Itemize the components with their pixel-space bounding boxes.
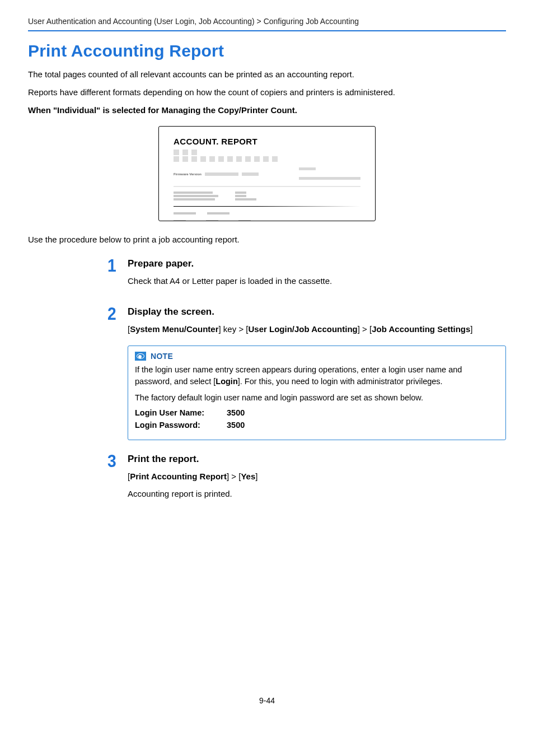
condition-heading: When "Individual" is selected for Managi… <box>28 104 506 116</box>
stub-block <box>191 156 197 162</box>
step-3-trail: Accounting report is printed. <box>128 488 506 500</box>
login-user-label: Login User Name: <box>135 408 224 417</box>
stub-block <box>182 156 188 162</box>
intro-text-1: The total pages counted of all relevant … <box>28 68 506 81</box>
login-defaults: Login User Name: 3500 Login Password: 35… <box>135 408 499 430</box>
step-1: 1 Prepare paper. Check that A4 or Letter… <box>28 257 506 293</box>
stub-row <box>174 219 360 221</box>
stub-row <box>174 150 360 155</box>
note-label: NOTE <box>151 352 173 361</box>
stub <box>242 172 259 176</box>
page-title: Print Accounting Report <box>28 41 506 60</box>
login-pass-value: 3500 <box>227 421 245 430</box>
firmware-row: Firmware Version <box>174 169 259 178</box>
login-pass-label: Login Password: <box>135 421 224 430</box>
stub-block <box>227 156 233 162</box>
report-preview-title: ACCOUNT. REPORT <box>174 137 360 146</box>
step-number: 3 <box>96 452 116 469</box>
intro-text-2: Reports have different formats depending… <box>28 86 506 99</box>
report-preview-container: ACCOUNT. REPORT Firmware Version <box>28 126 506 221</box>
steps-list: 1 Prepare paper. Check that A4 or Letter… <box>28 257 506 506</box>
step-3-path: [Print Accounting Report] > [Yes] <box>128 470 506 483</box>
step-2-path: [System Menu/Counter] key > [User Login/… <box>128 323 506 335</box>
stub-block <box>245 156 251 162</box>
note-box: NOTE If the login user name entry screen… <box>128 346 506 440</box>
stub <box>299 164 360 183</box>
divider <box>174 186 360 187</box>
accent-divider <box>28 30 506 31</box>
stub-row <box>174 156 360 162</box>
stub-block <box>191 150 197 155</box>
note-icon <box>135 352 146 361</box>
divider <box>174 206 360 207</box>
procedure-intro: Use the procedure below to print a job a… <box>28 234 506 246</box>
page-number: 9-44 <box>28 696 506 705</box>
step-3: 3 Print the report. [Print Accounting Re… <box>28 452 506 506</box>
stub-block <box>209 156 215 162</box>
stub-block <box>263 156 269 162</box>
breadcrumb: User Authentication and Accounting (User… <box>28 17 506 26</box>
stub-block <box>182 150 188 155</box>
report-preview: ACCOUNT. REPORT Firmware Version <box>158 126 376 221</box>
step-1-text: Check that A4 or Letter paper is loaded … <box>128 275 506 287</box>
login-user-value: 3500 <box>227 408 245 417</box>
note-header: NOTE <box>135 352 499 361</box>
step-2-title: Display the screen. <box>128 306 506 318</box>
step-number: 1 <box>96 257 116 274</box>
firmware-label: Firmware Version <box>174 172 202 176</box>
stub-block <box>200 156 206 162</box>
stub-block <box>174 156 179 162</box>
stub-block <box>218 156 224 162</box>
stub <box>205 172 238 176</box>
stub-row <box>174 211 360 216</box>
stub-block <box>272 156 278 162</box>
step-3-title: Print the report. <box>128 454 506 465</box>
step-1-title: Prepare paper. <box>128 258 506 269</box>
step-number: 2 <box>96 305 116 322</box>
note-line-2: The factory default login user name and … <box>135 392 499 404</box>
stub-block <box>254 156 260 162</box>
note-line-1: If the login user name entry screen appe… <box>135 364 499 388</box>
stub-block <box>174 150 179 155</box>
stub-row <box>174 190 360 202</box>
step-2: 2 Display the screen. [System Menu/Count… <box>28 305 506 440</box>
stub-block <box>236 156 242 162</box>
